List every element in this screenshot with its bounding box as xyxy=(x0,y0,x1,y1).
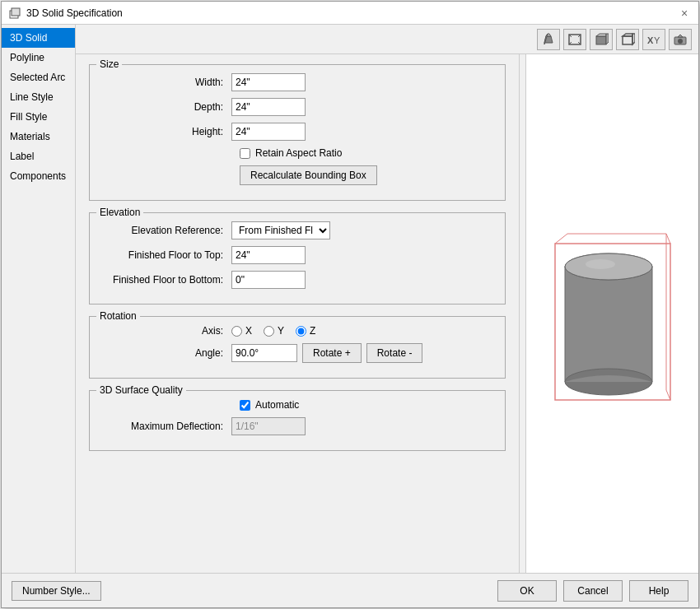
preview-container xyxy=(539,211,687,416)
elevation-ref-row: Elevation Reference: From Finished Floor… xyxy=(100,221,495,239)
title-bar-left: 3D Solid Specification xyxy=(8,7,123,20)
floor-to-bottom-label: Finished Floor to Bottom: xyxy=(100,274,231,286)
elevation-section-title: Elevation xyxy=(96,207,143,218)
sidebar-item-3d-solid[interactable]: 3D Solid xyxy=(2,28,75,48)
rotate-group: Rotate + Rotate - xyxy=(231,343,422,363)
automatic-label: Automatic xyxy=(255,399,299,411)
angle-label: Angle: xyxy=(100,347,231,359)
svg-rect-1 xyxy=(12,8,20,16)
perspective-icon xyxy=(541,33,556,46)
solid-icon xyxy=(594,33,609,46)
axis-row: Axis: X Y xyxy=(100,325,495,337)
help-button[interactable]: Help xyxy=(629,580,688,602)
sidebar-item-materials[interactable]: Materials xyxy=(2,127,75,146)
sidebar-item-label[interactable]: Label xyxy=(2,146,75,166)
xray-btn[interactable]: X Y xyxy=(642,29,665,50)
recalculate-button[interactable]: Recalculate Bounding Box xyxy=(240,165,377,185)
svg-text:X: X xyxy=(647,35,654,45)
angle-input[interactable] xyxy=(231,344,297,362)
camera-icon xyxy=(673,33,688,46)
svg-marker-15 xyxy=(632,34,635,44)
sidebar-item-line-style[interactable]: Line Style xyxy=(2,87,75,107)
max-deflection-label: Maximum Deflection: xyxy=(100,421,231,432)
preview-panel xyxy=(525,54,698,573)
axis-z-label: Z xyxy=(310,325,315,337)
svg-marker-12 xyxy=(606,34,609,44)
ok-button[interactable]: OK xyxy=(497,580,557,602)
svg-line-22 xyxy=(555,234,567,244)
retain-aspect-checkbox[interactable] xyxy=(240,148,250,159)
depth-input[interactable] xyxy=(231,98,306,116)
dialog-title: 3D Solid Specification xyxy=(26,7,123,19)
camera-btn[interactable] xyxy=(669,29,692,50)
max-deflection-row: Maximum Deflection: xyxy=(100,417,495,435)
svg-marker-14 xyxy=(623,34,632,36)
solid-view-btn[interactable] xyxy=(590,29,613,50)
frame-btn[interactable] xyxy=(563,29,586,50)
floor-to-top-label: Finished Floor to Top: xyxy=(100,249,231,261)
floor-to-bottom-row: Finished Floor to Bottom: xyxy=(100,271,495,289)
wireframe-btn[interactable] xyxy=(616,29,639,50)
sidebar-item-selected-arc[interactable]: Selected Arc xyxy=(2,67,75,87)
width-input[interactable] xyxy=(231,73,306,91)
width-label: Width: xyxy=(100,77,231,88)
elevation-section: Elevation Elevation Reference: From Fini… xyxy=(89,212,506,304)
svg-text:Y: Y xyxy=(654,35,660,45)
frame-icon xyxy=(567,33,582,46)
content-panels: Size Width: Depth: Height: xyxy=(76,54,698,573)
xray-icon: X Y xyxy=(646,33,661,46)
automatic-checkbox[interactable] xyxy=(240,400,250,411)
cancel-button[interactable]: Cancel xyxy=(563,580,623,602)
main-content: X Y Size xyxy=(76,25,698,573)
toolbar: X Y xyxy=(76,25,698,54)
depth-row: Depth: xyxy=(100,98,495,116)
rotation-section: Rotation Axis: X Y xyxy=(89,316,506,379)
width-row: Width: xyxy=(100,73,495,91)
height-label: Height: xyxy=(100,126,231,137)
splitter[interactable] xyxy=(519,54,525,573)
elevation-ref-select[interactable]: From Finished Floor Absolute From Ceilin… xyxy=(231,221,330,239)
axis-radio-group: X Y Z xyxy=(231,325,315,337)
title-bar: 3D Solid Specification × xyxy=(2,2,698,25)
height-input[interactable] xyxy=(231,123,306,141)
axis-z-radio[interactable] xyxy=(296,326,306,337)
recalculate-row: Recalculate Bounding Box xyxy=(240,165,495,185)
bottom-right-buttons: OK Cancel Help xyxy=(497,580,688,602)
svg-rect-27 xyxy=(565,267,652,382)
axis-y-radio[interactable] xyxy=(264,326,274,337)
rotate-minus-button[interactable]: Rotate - xyxy=(366,343,423,363)
height-row: Height: xyxy=(100,123,495,141)
svg-rect-13 xyxy=(623,36,632,44)
retain-aspect-label: Retain Aspect Ratio xyxy=(255,147,342,159)
floor-to-top-row: Finished Floor to Top: xyxy=(100,246,495,264)
floor-to-bottom-input[interactable] xyxy=(231,271,306,289)
dialog-body: 3D SolidPolylineSelected ArcLine StyleFi… xyxy=(2,25,698,573)
cylinder-preview xyxy=(539,211,687,416)
sidebar-item-fill-style[interactable]: Fill Style xyxy=(2,107,75,127)
axis-label: Axis: xyxy=(100,325,231,337)
sidebar-item-components[interactable]: Components xyxy=(2,166,75,186)
size-section: Size Width: Depth: Height: xyxy=(89,64,506,201)
axis-x-label: X xyxy=(245,325,252,337)
size-section-title: Size xyxy=(96,58,122,70)
surface-quality-section: 3D Surface Quality Automatic Maximum Def… xyxy=(89,390,506,451)
rotate-plus-button[interactable]: Rotate + xyxy=(302,343,362,363)
svg-line-23 xyxy=(666,234,670,244)
dialog-icon xyxy=(8,7,21,20)
svg-point-19 xyxy=(678,39,683,44)
depth-label: Depth: xyxy=(100,101,231,113)
perspective-view-btn[interactable] xyxy=(537,29,560,50)
automatic-row: Automatic xyxy=(240,399,495,411)
wireframe-icon xyxy=(620,33,635,46)
axis-x-item: X xyxy=(231,325,252,337)
sidebar-item-polyline[interactable]: Polyline xyxy=(2,48,75,67)
close-button[interactable]: × xyxy=(677,6,692,21)
floor-to-top-input[interactable] xyxy=(231,246,306,264)
max-deflection-input[interactable] xyxy=(231,417,306,435)
number-style-button[interactable]: Number Style... xyxy=(12,581,101,601)
svg-rect-10 xyxy=(596,36,606,44)
angle-row: Angle: Rotate + Rotate - xyxy=(100,343,495,363)
main-dialog: 3D Solid Specification × 3D SolidPolylin… xyxy=(1,1,699,608)
axis-x-radio[interactable] xyxy=(231,326,242,337)
bottom-bar: Number Style... OK Cancel Help xyxy=(2,573,698,607)
